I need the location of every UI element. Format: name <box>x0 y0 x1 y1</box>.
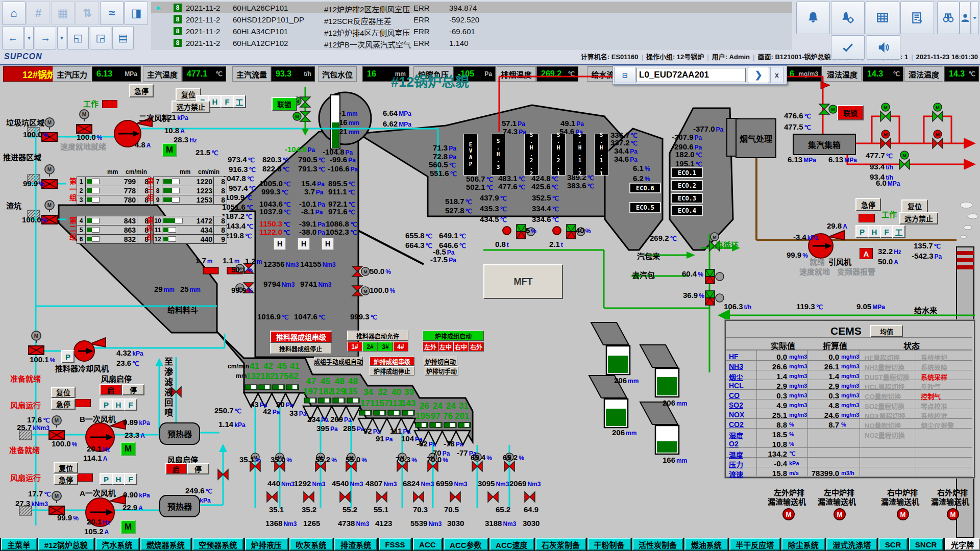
nav-tab-1[interactable]: #12锅炉总貌 <box>38 538 94 550</box>
cems-row-link[interactable]: HCL <box>729 382 744 390</box>
nav-tab-21[interactable]: 光字牌 <box>945 538 980 550</box>
valve-icon[interactable] <box>300 97 310 107</box>
back-icon[interactable]: ← <box>2 26 23 49</box>
h-button[interactable]: H <box>298 238 310 250</box>
nav-tab-7[interactable]: 排渣系统 <box>334 538 378 550</box>
f-button[interactable]: F <box>220 95 234 108</box>
nav-tab-4[interactable]: 空预器系统 <box>192 538 243 550</box>
f-button[interactable]: F <box>124 398 137 411</box>
auto-mode-box[interactable]: A <box>860 248 873 259</box>
valve-icon[interactable] <box>472 461 482 471</box>
cems-row-link[interactable]: 湿度 <box>729 430 743 440</box>
nav-tab-6[interactable]: 吹灰系统 <box>289 538 333 550</box>
p-button[interactable]: P <box>61 350 75 363</box>
forward-dropdown-icon[interactable]: ▾ <box>57 26 66 49</box>
valve-icon[interactable] <box>933 138 943 148</box>
group-manual[interactable]: 成组手动 <box>314 357 338 366</box>
h-button[interactable]: H <box>112 473 125 485</box>
motor-mode-box[interactable]: M <box>120 520 136 534</box>
cems-row-link[interactable]: 流速 <box>729 469 743 479</box>
valve-icon[interactable] <box>450 492 460 502</box>
nav-tab-18[interactable]: 湿式洗涤塔 <box>826 538 877 550</box>
average-button[interactable]: 均值 <box>870 325 903 337</box>
nav-tab-2[interactable]: 汽水系统 <box>95 538 139 550</box>
pusher-3[interactable]: 3# <box>378 342 393 352</box>
valve-icon[interactable] <box>352 266 362 277</box>
speaker-icon[interactable] <box>867 35 900 60</box>
f-button[interactable]: F <box>880 225 893 238</box>
grate-switch-manual[interactable]: 炉排切手动 <box>425 366 458 375</box>
user-icon[interactable] <box>960 2 971 34</box>
estop-id-fan[interactable]: 急停 <box>855 198 881 211</box>
interlock-drum[interactable]: 联锁 <box>272 97 297 111</box>
mft-button[interactable]: MFT <box>483 264 563 299</box>
f-button[interactable]: F <box>124 473 137 485</box>
h-button[interactable]: H <box>868 225 881 238</box>
cems-row-link[interactable]: 烟尘 <box>729 372 743 382</box>
trend-icon[interactable]: ≈ <box>100 2 124 25</box>
grate-group-stop[interactable]: 炉排成组停止 <box>370 366 414 375</box>
valve-icon[interactable] <box>488 492 498 502</box>
nav-tab-11[interactable]: ACC速度 <box>489 538 534 550</box>
cems-row-link[interactable]: 压力 <box>729 459 743 469</box>
reset-id-fan[interactable]: 复位 <box>901 199 928 213</box>
report-icon[interactable] <box>900 2 934 34</box>
h-button[interactable]: H <box>322 238 334 250</box>
user-dropdown-icon[interactable] <box>971 2 979 34</box>
pusher-start-permit[interactable]: 推料器启动允许 <box>347 331 408 341</box>
cems-row-link[interactable]: SO2 <box>729 401 743 409</box>
home-icon[interactable]: ⌂ <box>2 2 26 25</box>
estop-b-fan[interactable]: 急停 <box>51 398 76 410</box>
confirm-icon[interactable] <box>831 35 865 60</box>
remote-disable[interactable]: 远方禁止 <box>899 212 938 224</box>
back-dropdown-icon[interactable]: ▾ <box>24 26 34 49</box>
tag-search-input[interactable] <box>636 68 746 82</box>
pusher-group-cascade[interactable]: 推料器成组串级 <box>270 331 332 343</box>
pusher-group-stop[interactable]: 推料器成组停止 <box>270 343 331 354</box>
nav-tab-5[interactable]: 炉排液压 <box>245 538 288 550</box>
gong-button[interactable]: 工 <box>892 225 905 238</box>
page-prev-icon[interactable]: ◱ <box>67 26 89 49</box>
motor-mode-box[interactable]: M <box>120 442 136 456</box>
pusher-1[interactable]: 1# <box>347 342 362 352</box>
pusher-2[interactable]: 2# <box>362 342 378 352</box>
valve-icon[interactable] <box>340 492 350 502</box>
alarm-row[interactable]: 82021-11-260HLA34CP101#12炉炉排4区左侧风室压ERR-6… <box>151 26 792 37</box>
pusher-4[interactable]: 4# <box>393 342 408 352</box>
valve-icon[interactable] <box>880 111 891 121</box>
group-auto[interactable]: 成组自动 <box>338 357 363 366</box>
grate-right-mid[interactable]: 右中 <box>453 342 469 352</box>
p-button[interactable]: P <box>100 398 113 411</box>
reset-b-fan[interactable]: 复位 <box>51 387 76 398</box>
grate-left-outer[interactable]: 左外 <box>423 342 438 352</box>
nav-tab-19[interactable]: SCR <box>878 538 907 550</box>
valve-icon[interactable] <box>377 492 387 502</box>
valve-icon[interactable] <box>413 492 424 502</box>
p-button[interactable]: P <box>100 473 113 485</box>
forward-icon[interactable]: → <box>35 26 56 49</box>
h-button[interactable]: H <box>274 238 286 250</box>
page-next-icon[interactable]: ◲ <box>90 26 111 49</box>
motor-mode-box[interactable]: M <box>162 143 177 157</box>
bell-config-icon[interactable] <box>831 2 865 34</box>
cems-row-link[interactable]: NH3 <box>729 362 743 370</box>
fan-stop[interactable]: 停 <box>122 384 144 395</box>
grate-group-cascade[interactable]: 炉排成组串级 <box>370 357 414 366</box>
grate-left-mid[interactable]: 左中 <box>438 342 453 352</box>
nav-tab-17[interactable]: 除尘系统 <box>781 538 825 550</box>
cems-row-link[interactable]: CO2 <box>729 420 744 429</box>
nav-tab-12[interactable]: 石灰浆制备 <box>535 538 586 550</box>
fan-stop[interactable]: 停 <box>187 463 209 474</box>
grate-right-outer[interactable]: 右外 <box>469 342 484 352</box>
h-button[interactable]: H <box>112 398 125 411</box>
alarm-row[interactable]: ►82021-11-260HLA26CP101#12炉炉排2区左侧风室压ERR3… <box>151 2 792 13</box>
cems-row-link[interactable]: CO <box>729 391 740 399</box>
grate-group-start[interactable]: 炉排成组启动 <box>423 331 484 341</box>
gong-button[interactable]: 工 <box>233 95 246 108</box>
valve-icon[interactable] <box>899 159 910 169</box>
valve-icon[interactable] <box>880 138 891 148</box>
nav-tab-10[interactable]: ACC参数 <box>444 538 488 550</box>
binoculars-icon[interactable] <box>937 2 960 34</box>
valve-icon[interactable] <box>819 104 829 114</box>
nav-tab-20[interactable]: SNCR <box>909 538 943 550</box>
